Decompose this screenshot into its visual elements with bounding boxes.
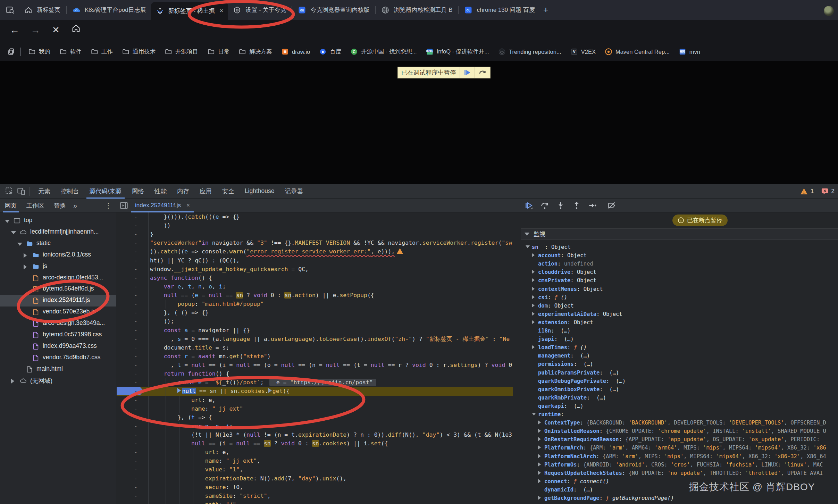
gutter-dash[interactable]: - bbox=[134, 265, 137, 274]
code-line[interactable]: -}, ( () => {} bbox=[117, 308, 513, 317]
sources-panel-tab[interactable]: 网页 bbox=[0, 199, 22, 212]
tree-expand-arrow[interactable] bbox=[17, 243, 22, 246]
gutter-dash[interactable]: - bbox=[134, 396, 137, 404]
code-line[interactable]: -url: e, bbox=[117, 396, 513, 405]
code-line[interactable]: -url: e, bbox=[117, 448, 513, 457]
tree-item-ionicons-2-0-1-css[interactable]: ionicons/2.0.1/css bbox=[0, 250, 116, 261]
tree-item-static[interactable]: static bbox=[0, 238, 116, 250]
step-icon[interactable] bbox=[588, 201, 597, 210]
tree-item-js[interactable]: js bbox=[0, 261, 116, 272]
banner-resume-button[interactable] bbox=[460, 67, 475, 78]
gutter-dash[interactable]: - bbox=[134, 422, 137, 430]
tree-item-main-html[interactable]: main.html bbox=[0, 364, 116, 375]
tree-item--[interactable]: (无网域) bbox=[0, 375, 116, 387]
editor-tab-close-icon[interactable]: × bbox=[186, 202, 190, 209]
code-line[interactable]: -popup: "main.html#/popup" bbox=[117, 300, 513, 309]
gutter-dash[interactable]: - bbox=[134, 413, 137, 422]
code-line[interactable]: -expirationDate: N().add(7, "day").unix(… bbox=[117, 474, 513, 483]
gutter-dash[interactable]: - bbox=[134, 474, 137, 483]
code-line[interactable]: -"serviceWorker"in navigator && "3" !== … bbox=[117, 238, 513, 247]
device-toolbar-icon[interactable] bbox=[17, 187, 26, 196]
watch-expand-arrow[interactable] bbox=[538, 437, 541, 441]
code-line[interactable]: -var n, o, i; bbox=[117, 422, 513, 431]
new-tab-button[interactable]: + bbox=[543, 5, 548, 15]
watch-expand-arrow[interactable] bbox=[532, 413, 536, 415]
code-line[interactable]: -)).catch((e => console.warn("error regi… bbox=[117, 247, 513, 256]
tree-expand-arrow[interactable] bbox=[24, 264, 27, 269]
bookmark-item[interactable]: VV2EX bbox=[566, 48, 600, 56]
devtools-tab[interactable]: 内存 bbox=[172, 184, 194, 199]
tree-expand-arrow[interactable] bbox=[11, 379, 14, 384]
gutter-dash[interactable]: - bbox=[134, 335, 137, 343]
paused-code-line[interactable]: -null == sn || sn.cookies.get({ bbox=[117, 387, 513, 396]
code-line[interactable]: -name: "_jj_ext", bbox=[117, 456, 513, 465]
warning-count[interactable]: 1 bbox=[811, 188, 814, 195]
browser-tab[interactable]: 浏览器内核检测工具 B bbox=[376, 0, 457, 20]
banner-step-over-button[interactable] bbox=[475, 67, 490, 78]
step-over-icon[interactable] bbox=[540, 201, 549, 210]
gutter-dash[interactable]: - bbox=[134, 430, 137, 439]
tree-item-bytemd-564eff6d-js[interactable]: bytemd.564eff6d.js bbox=[0, 284, 116, 295]
code-line[interactable]: -const a = navigator || {} bbox=[117, 326, 513, 335]
gutter-dash[interactable]: - bbox=[134, 483, 137, 492]
continue-here-marker-icon[interactable] bbox=[268, 388, 272, 393]
code-line[interactable]: -value: "1", bbox=[117, 465, 513, 474]
code-line[interactable]: -name: "_jj_ext" bbox=[117, 404, 513, 413]
gutter-dash[interactable]: - bbox=[134, 230, 137, 238]
watch-expand-arrow[interactable] bbox=[538, 471, 541, 475]
back-button[interactable]: ← bbox=[10, 25, 19, 36]
bookmark-item[interactable]: InfoQInfoQ - 促进软件开... bbox=[421, 48, 494, 56]
tree-item-vendor-570e23eb-js[interactable]: vendor.570e23eb.js bbox=[0, 306, 116, 318]
code-line[interactable]: -}())).(catch(((e => {} bbox=[117, 212, 513, 221]
warning-icon[interactable] bbox=[800, 188, 808, 195]
code-line[interactable]: -path: "/" bbox=[117, 500, 513, 504]
watch-expand-arrow[interactable] bbox=[532, 253, 535, 257]
gutter-dash[interactable]: - bbox=[134, 256, 137, 265]
code-line[interactable]: -null == (e = null == sn ? void 0 : sn.a… bbox=[117, 291, 513, 300]
gutter-dash[interactable]: - bbox=[134, 361, 137, 369]
watch-expand-arrow[interactable] bbox=[526, 245, 530, 248]
watch-expand-arrow[interactable] bbox=[538, 479, 541, 483]
browser-tab[interactable]: 设置 - 关于夸克 bbox=[228, 0, 291, 20]
code-line[interactable]: -)); bbox=[117, 317, 513, 326]
gutter-dash[interactable]: - bbox=[134, 238, 137, 247]
watch-collapse-arrow[interactable] bbox=[525, 233, 529, 236]
inspect-element-icon[interactable] bbox=[5, 187, 14, 196]
gutter-dash[interactable]: - bbox=[134, 448, 137, 456]
code-line[interactable]: -null == (i = null == sn ? void 0 : sn.c… bbox=[117, 439, 513, 448]
avatar[interactable] bbox=[824, 6, 834, 16]
tree-expand-arrow[interactable] bbox=[24, 253, 27, 258]
tree-item-arco-design-3e3b49a-[interactable]: arco-design.3e3b49a... bbox=[0, 318, 116, 329]
browser-tab[interactable]: duchrome 130 问题 百度 bbox=[459, 0, 539, 20]
bookmark-item[interactable]: C开源中国 - 找到您想... bbox=[346, 48, 421, 56]
home-button[interactable] bbox=[71, 23, 81, 33]
code-line[interactable]: -var e, t, n, o, i; bbox=[117, 282, 513, 291]
sources-panel-tab[interactable]: 工作区 bbox=[22, 199, 49, 212]
deactivate-breakpoints-icon[interactable] bbox=[607, 201, 616, 210]
code-line[interactable]: - , l = null == (i = null == (o = null =… bbox=[117, 361, 513, 370]
code-line[interactable]: -const e = `${_t()}/post`; e = "https://… bbox=[117, 378, 513, 387]
watch-expand-arrow[interactable] bbox=[532, 295, 535, 299]
gutter-dash[interactable]: - bbox=[134, 404, 137, 413]
step-into-icon[interactable] bbox=[556, 201, 565, 210]
gutter-dash[interactable]: - bbox=[134, 282, 137, 291]
more-tabs-chevron[interactable]: » bbox=[70, 202, 80, 210]
code-line[interactable]: - , s = 0 === (a.language || a.userLangu… bbox=[117, 335, 513, 344]
code-line[interactable]: -sameSite: "strict", bbox=[117, 492, 513, 501]
watch-expand-arrow[interactable] bbox=[532, 270, 535, 274]
issues-count[interactable]: 2 bbox=[831, 188, 835, 195]
gutter-dash[interactable]: - bbox=[134, 492, 137, 500]
tree-item-vendor-75d9bdb7-css[interactable]: vendor.75d9bdb7.css bbox=[0, 352, 116, 364]
overflow-menu-icon[interactable]: ⋮ bbox=[102, 201, 115, 210]
browser-tab[interactable]: 新标签页 bbox=[19, 0, 65, 20]
tree-item-index-2524911f-js[interactable]: index.2524911f.js bbox=[0, 295, 116, 306]
gutter-dash[interactable]: - bbox=[134, 221, 137, 230]
gutter-dash[interactable]: - bbox=[134, 465, 137, 474]
resume-script-icon[interactable] bbox=[524, 201, 533, 210]
code-line[interactable]: -} bbox=[117, 230, 513, 239]
code-line[interactable]: -return function() { bbox=[117, 369, 513, 378]
devtools-tab[interactable]: 控制台 bbox=[56, 184, 84, 199]
code-line[interactable]: -)) bbox=[117, 221, 513, 230]
watch-expand-arrow[interactable] bbox=[538, 496, 541, 500]
gutter-dash[interactable]: - bbox=[134, 343, 137, 352]
